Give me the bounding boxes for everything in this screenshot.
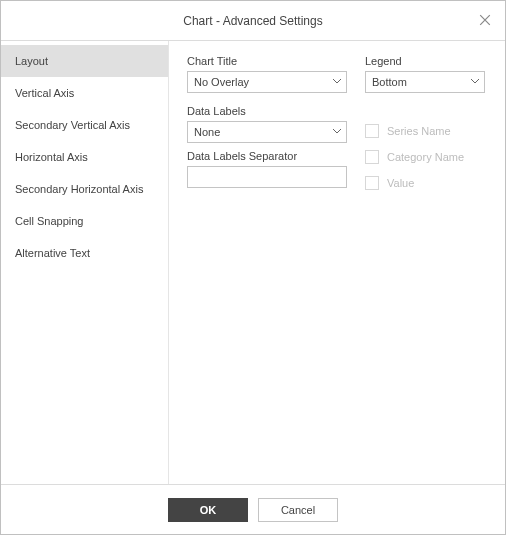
sidebar-item-secondary-horizontal-axis[interactable]: Secondary Horizontal Axis	[1, 173, 168, 205]
close-icon	[479, 14, 491, 28]
category-name-checkbox-label: Category Name	[387, 151, 464, 163]
sidebar-item-label: Horizontal Axis	[15, 151, 88, 163]
data-labels-label: Data Labels	[187, 105, 347, 117]
footer: OK Cancel	[1, 484, 505, 534]
chevron-down-icon	[332, 126, 342, 138]
cancel-button-label: Cancel	[281, 504, 315, 516]
sidebar-item-label: Cell Snapping	[15, 215, 84, 227]
chart-title-select[interactable]: No Overlay	[187, 71, 347, 93]
sidebar-item-label: Vertical Axis	[15, 87, 74, 99]
chevron-down-icon	[332, 76, 342, 88]
series-name-checkbox-label: Series Name	[387, 125, 451, 137]
legend-value: Bottom	[372, 76, 407, 88]
sidebar-item-layout[interactable]: Layout	[1, 45, 168, 77]
sidebar-item-label: Secondary Vertical Axis	[15, 119, 130, 131]
chart-title-label: Chart Title	[187, 55, 347, 67]
value-checkbox[interactable]	[365, 176, 379, 190]
data-labels-select[interactable]: None	[187, 121, 347, 143]
value-checkbox-label: Value	[387, 177, 414, 189]
category-name-checkbox-row: Category Name	[365, 146, 485, 168]
value-checkbox-row: Value	[365, 172, 485, 194]
chevron-down-icon	[470, 76, 480, 88]
dialog: Chart - Advanced Settings Layout Vertica…	[0, 0, 506, 535]
legend-field: Legend Bottom	[365, 55, 485, 93]
data-labels-separator-input[interactable]	[187, 166, 347, 188]
sidebar-item-alternative-text[interactable]: Alternative Text	[1, 237, 168, 269]
chart-title-field: Chart Title No Overlay	[187, 55, 347, 93]
sidebar-item-label: Layout	[15, 55, 48, 67]
close-button[interactable]	[473, 9, 497, 33]
sidebar-item-horizontal-axis[interactable]: Horizontal Axis	[1, 141, 168, 173]
main-panel: Chart Title No Overlay Legend Bottom	[169, 41, 505, 484]
sidebar-item-cell-snapping[interactable]: Cell Snapping	[1, 205, 168, 237]
sidebar-item-label: Alternative Text	[15, 247, 90, 259]
titlebar: Chart - Advanced Settings	[1, 1, 505, 41]
cancel-button[interactable]: Cancel	[258, 498, 338, 522]
data-labels-separator-label: Data Labels Separator	[187, 150, 347, 162]
legend-select[interactable]: Bottom	[365, 71, 485, 93]
sidebar-item-secondary-vertical-axis[interactable]: Secondary Vertical Axis	[1, 109, 168, 141]
data-labels-value: None	[194, 126, 220, 138]
ok-button[interactable]: OK	[168, 498, 248, 522]
dialog-body: Layout Vertical Axis Secondary Vertical …	[1, 41, 505, 484]
chart-title-value: No Overlay	[194, 76, 249, 88]
sidebar-item-vertical-axis[interactable]: Vertical Axis	[1, 77, 168, 109]
sidebar: Layout Vertical Axis Secondary Vertical …	[1, 41, 169, 484]
ok-button-label: OK	[200, 504, 217, 516]
series-name-checkbox[interactable]	[365, 124, 379, 138]
category-name-checkbox[interactable]	[365, 150, 379, 164]
dialog-title: Chart - Advanced Settings	[183, 14, 322, 28]
data-label-options: Series Name Category Name Value	[365, 105, 485, 198]
sidebar-item-label: Secondary Horizontal Axis	[15, 183, 143, 195]
legend-label: Legend	[365, 55, 485, 67]
series-name-checkbox-row: Series Name	[365, 120, 485, 142]
data-labels-separator-field: Data Labels Separator	[187, 150, 347, 188]
